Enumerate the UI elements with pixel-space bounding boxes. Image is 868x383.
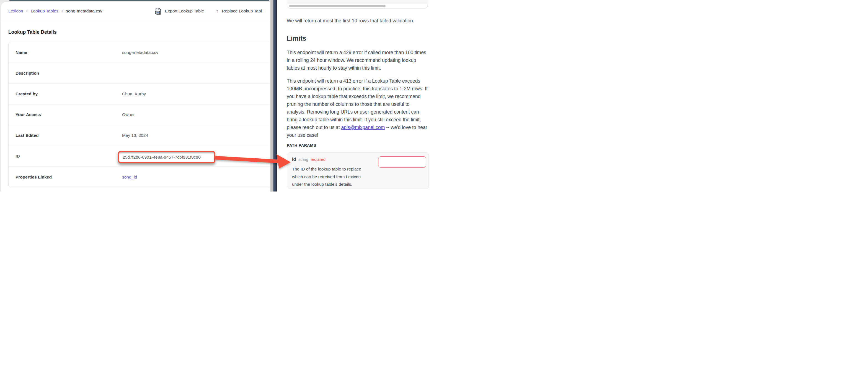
param-required-badge: required xyxy=(311,157,326,162)
horizontal-scrollbar-track[interactable] xyxy=(287,4,427,8)
docs-limits-paragraph-2: This endpoint will return a 413 error if… xyxy=(287,77,429,139)
table-row-name: Name song-metadata.csv xyxy=(8,42,270,63)
param-type: string xyxy=(299,157,308,162)
left-window-scrollbar[interactable] xyxy=(270,0,273,192)
lexicon-header-bar: Lexicon › Lookup Tables › song-metadata.… xyxy=(1,2,270,20)
paragraph-text: This endpoint will return a 413 error if… xyxy=(287,78,428,130)
row-label: Created by xyxy=(8,92,122,97)
breadcrumb-separator-icon: › xyxy=(26,8,28,13)
row-value: song-metadata.csv xyxy=(122,50,158,55)
screenshot-stage: Lexicon › Lookup Tables › song-metadata.… xyxy=(0,0,434,192)
table-row-your-access: Your Access Owner xyxy=(8,104,270,125)
lookup-table-id-value: 25d7f2b6-6901-4e8a-9457-7cbf931f8c90 xyxy=(123,155,201,160)
row-label: Last Edited xyxy=(8,133,122,138)
replace-button-label: Replace Lookup Tabl xyxy=(222,8,262,13)
breadcrumb: Lexicon › Lookup Tables › song-metadata.… xyxy=(8,2,102,20)
breadcrumb-lexicon[interactable]: Lexicon xyxy=(8,8,23,13)
song-id-property-link[interactable]: song_id xyxy=(122,175,137,180)
docs-intro-paragraph: We will return at most the first 10 rows… xyxy=(287,17,429,25)
mixpanel-email-link[interactable]: apis@mixpanel.com xyxy=(341,125,385,130)
export-button-label: Export Lookup Table xyxy=(165,8,204,13)
window-divider-bar xyxy=(273,0,277,192)
breadcrumb-lookup-tables[interactable]: Lookup Tables xyxy=(31,8,58,13)
table-row-last-edited: Last Edited May 13, 2024 xyxy=(8,125,270,146)
breadcrumb-separator-icon: › xyxy=(61,8,63,13)
api-docs-panel: We will return at most the first 10 rows… xyxy=(277,0,434,192)
path-params-section-label: PATH PARAMS xyxy=(287,143,316,147)
row-value: Owner xyxy=(122,112,135,117)
breadcrumb-current-file: song-metadata.csv xyxy=(66,8,102,13)
page-title: Lookup Table Details xyxy=(8,29,57,35)
replace-lookup-table-button[interactable]: ↑ Replace Lookup Tabl xyxy=(216,2,262,20)
row-label: Description xyxy=(8,71,122,76)
param-description: The ID of the lookup table to replace wh… xyxy=(292,165,373,188)
row-label: ID xyxy=(8,154,122,159)
lexicon-window: Lexicon › Lookup Tables › song-metadata.… xyxy=(1,2,270,192)
arrow-up-icon: ↑ xyxy=(216,8,219,14)
csv-file-icon: csv xyxy=(155,7,162,15)
row-label: Your Access xyxy=(8,112,122,117)
id-param-input[interactable] xyxy=(378,156,426,168)
row-value: May 13, 2024 xyxy=(122,133,148,138)
param-header: id string required xyxy=(292,157,326,162)
table-row-id: ID 25d7f2b6-6901-4e8a-9457-7cbf931f8c90 xyxy=(8,146,270,166)
table-row-properties-linked: Properties Linked song_id xyxy=(8,166,270,187)
lookup-table-details-card: Name song-metadata.csv Description Creat… xyxy=(8,42,270,187)
param-name: id xyxy=(292,157,296,162)
svg-text:csv: csv xyxy=(156,11,159,13)
code-sample-block xyxy=(287,0,428,8)
row-label: Name xyxy=(8,50,122,55)
row-value: Chua, Kurby xyxy=(122,92,146,97)
scrollbar-thumb[interactable] xyxy=(271,0,273,192)
table-row-description: Description xyxy=(8,63,270,83)
row-label: Properties Linked xyxy=(8,175,122,180)
id-annotation-box: 25d7f2b6-6901-4e8a-9457-7cbf931f8c90 xyxy=(118,151,215,163)
path-param-card: id string required The ID of the lookup … xyxy=(287,152,429,189)
export-lookup-table-button[interactable]: csv Export Lookup Table xyxy=(155,2,204,20)
table-row-created-by: Created by Chua, Kurby xyxy=(8,83,270,104)
window-top-edge xyxy=(9,0,269,1)
limits-heading: Limits xyxy=(287,35,306,42)
horizontal-scrollbar-thumb[interactable] xyxy=(289,5,385,7)
docs-limits-paragraph-1: This endpoint will return a 429 error if… xyxy=(287,49,429,72)
